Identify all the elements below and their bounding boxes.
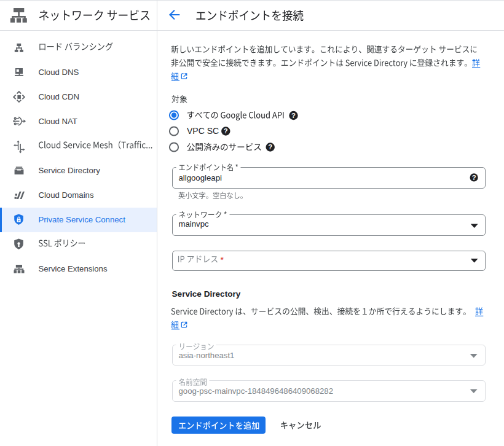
svg-text:?: ? — [291, 112, 296, 119]
svg-text:?: ? — [268, 143, 272, 151]
svg-text:?: ? — [224, 127, 228, 135]
